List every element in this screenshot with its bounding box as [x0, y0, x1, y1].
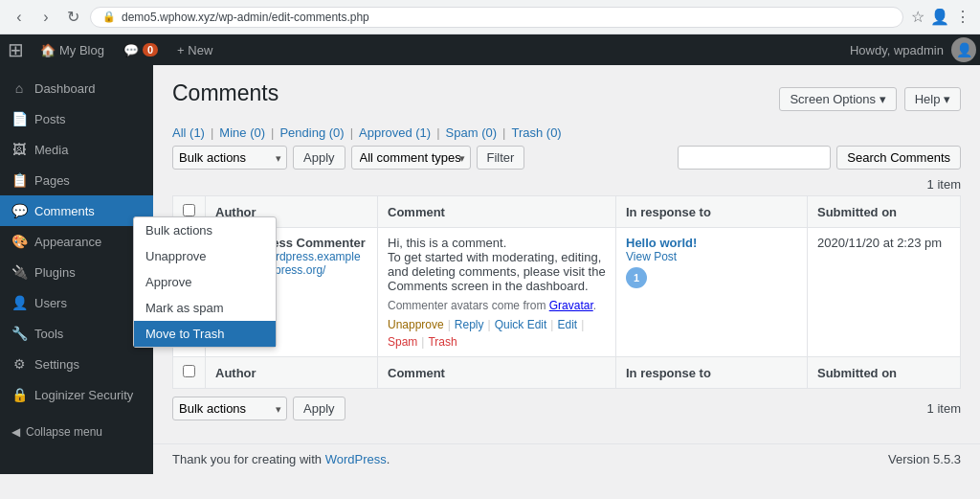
dropdown-item-bulk-actions[interactable]: Bulk actions	[134, 217, 276, 243]
gravatar-link[interactable]: Gravatar	[549, 299, 593, 312]
bookmark-button[interactable]: ☆	[911, 8, 924, 26]
sidebar-item-settings[interactable]: ⚙ Settings	[0, 349, 153, 379]
dropdown-item-move-trash[interactable]: Move to Trash	[134, 321, 276, 347]
new-content-link[interactable]: + New	[167, 34, 222, 65]
new-label: + New	[177, 43, 212, 57]
content-area: ⌂ Dashboard 📄 Posts 🖼 Media 📋 Pages 💬 Co…	[0, 65, 980, 474]
view-post-link[interactable]: View Post	[626, 250, 797, 263]
screen-options-button[interactable]: Screen Options ▾	[779, 87, 896, 111]
table-header: Author Comment In response to Submitted …	[173, 196, 961, 228]
response-post-link[interactable]: Hello world!	[626, 236, 697, 250]
plugins-icon: 🔌	[11, 264, 27, 280]
avatar[interactable]: 👤	[951, 37, 976, 62]
top-bar-right: Screen Options ▾ Help ▾	[779, 87, 961, 111]
unapprove-action[interactable]: Unapprove	[388, 318, 444, 331]
reply-action[interactable]: Reply	[455, 318, 484, 331]
site-name-link[interactable]: 🏠 My Blog	[31, 34, 114, 65]
version-text: Version 5.5.3	[888, 452, 961, 466]
toolbar-right: Search Comments	[678, 146, 961, 170]
comment-text: Hi, this is a comment.To get started wit…	[388, 236, 606, 293]
sidebar-item-label: Dashboard	[34, 81, 96, 96]
wordpress-link[interactable]: WordPress	[325, 452, 387, 466]
sidebar-item-comments[interactable]: 💬 Comments	[0, 195, 153, 226]
bottom-apply-button[interactable]: Apply	[293, 397, 345, 420]
collapse-icon: ◀	[11, 425, 20, 439]
filter-bar: All (1) | Mine (0) | Pending (0) | Appro…	[172, 125, 961, 140]
table-footer-row: Author Comment In response to Submitted …	[173, 357, 961, 389]
forward-button[interactable]: ›	[36, 8, 56, 27]
item-count-top: 1 item	[172, 177, 961, 192]
table-row: A WordPress Commenter wapuu@wordpress.ex…	[173, 228, 961, 357]
wp-footer: Thank you for creating with WordPress. V…	[153, 443, 980, 474]
quick-edit-action[interactable]: Quick Edit	[495, 318, 547, 331]
toolbar-left: Bulk actions Unapprove Approve Mark as s…	[172, 146, 524, 170]
filter-all[interactable]: All (1)	[172, 125, 205, 140]
appearance-icon: 🎨	[11, 234, 27, 249]
main-wrapper: Comments Screen Options ▾ Help ▾ All (1)…	[153, 65, 980, 474]
tfoot-author: Author	[206, 357, 378, 389]
bulk-select-wrapper: Bulk actions Unapprove Approve Mark as s…	[172, 146, 287, 170]
bulk-actions-dropdown: Bulk actions Unapprove Approve Mark as s…	[133, 216, 277, 348]
menu-button[interactable]: ⋮	[955, 8, 970, 26]
spam-action[interactable]: Spam	[388, 335, 417, 349]
sidebar-item-label: Tools	[34, 327, 63, 341]
sidebar-item-pages[interactable]: 📋 Pages	[0, 165, 153, 195]
select-all-checkbox[interactable]	[183, 204, 195, 216]
sidebar-item-loginizer-security[interactable]: 🔒 Loginizer Security	[0, 379, 153, 410]
wp-logo[interactable]: ⊞	[0, 34, 31, 65]
row-submitted-cell: 2020/11/20 at 2:23 pm	[808, 228, 961, 357]
sidebar-item-label: Media	[34, 143, 68, 157]
filter-button[interactable]: Filter	[477, 146, 525, 170]
tfoot-comment: Comment	[378, 357, 616, 389]
notification-count: 0	[143, 43, 158, 57]
row-response-cell: Hello world! View Post 1	[616, 228, 808, 357]
top-apply-button[interactable]: Apply	[293, 146, 345, 170]
filter-trash[interactable]: Trash (0)	[511, 125, 561, 140]
sidebar-item-tools[interactable]: 🔧 Tools	[0, 318, 153, 349]
reload-button[interactable]: ↻	[63, 8, 82, 27]
edit-action[interactable]: Edit	[557, 318, 577, 331]
sidebar-item-label: Appearance	[34, 235, 101, 249]
sidebar-item-media[interactable]: 🖼 Media	[0, 134, 153, 165]
admin-bar-right: Howdy, wpadmin 👤	[842, 37, 980, 62]
dropdown-item-unapprove[interactable]: Unapprove	[134, 243, 276, 269]
pages-icon: 📋	[11, 172, 27, 188]
dashboard-icon: ⌂	[11, 80, 27, 96]
filter-spam[interactable]: Spam (0)	[446, 125, 497, 140]
back-button[interactable]: ‹	[10, 8, 29, 27]
tfoot-response: In response to	[616, 357, 808, 389]
sidebar-item-users[interactable]: 👤 Users	[0, 287, 153, 318]
table-footer: Author Comment In response to Submitted …	[173, 357, 961, 389]
wp-admin-bar: ⊞ 🏠 My Blog 💬 0 + New Howdy, wpadmin 👤	[0, 34, 980, 65]
th-submitted: Submitted on	[808, 196, 961, 228]
sidebar-item-dashboard[interactable]: ⌂ Dashboard	[0, 73, 153, 103]
sidebar-item-label: Users	[34, 296, 67, 310]
comment-type-select[interactable]: All comment types Comments Pings	[351, 146, 471, 170]
select-all-footer-checkbox[interactable]	[183, 365, 195, 377]
tfoot-checkbox	[173, 357, 206, 389]
trash-action[interactable]: Trash	[428, 335, 457, 349]
dropdown-item-mark-spam[interactable]: Mark as spam	[134, 295, 276, 321]
collapse-menu-button[interactable]: ◀ Collapse menu	[0, 418, 153, 446]
notifications-link[interactable]: 💬 0	[114, 34, 167, 65]
dropdown-item-approve[interactable]: Approve	[134, 269, 276, 295]
account-button[interactable]: 👤	[930, 8, 949, 26]
help-button[interactable]: Help ▾	[904, 87, 961, 111]
browser-chrome: ‹ › ↻ 🔒 demo5.wphow.xyz/wp-admin/edit-co…	[0, 0, 980, 34]
sidebar: ⌂ Dashboard 📄 Posts 🖼 Media 📋 Pages 💬 Co…	[0, 65, 153, 474]
filter-approved[interactable]: Approved (1)	[359, 125, 431, 140]
bottom-bulk-select-wrapper: Bulk actions Unapprove Approve Mark as s…	[172, 397, 287, 420]
sidebar-item-posts[interactable]: 📄 Posts	[0, 103, 153, 134]
media-icon: 🖼	[11, 142, 27, 157]
search-input[interactable]	[678, 146, 831, 170]
admin-bar-left: ⊞ 🏠 My Blog 💬 0 + New	[0, 34, 842, 65]
url-bar: 🔒 demo5.wphow.xyz/wp-admin/edit-comments…	[90, 7, 903, 28]
browser-actions: ☆ 👤 ⋮	[911, 8, 970, 26]
search-comments-button[interactable]: Search Comments	[836, 146, 961, 170]
sidebar-item-plugins[interactable]: 🔌 Plugins	[0, 257, 153, 287]
bottom-bulk-actions-select[interactable]: Bulk actions Unapprove Approve Mark as s…	[172, 397, 287, 420]
filter-mine[interactable]: Mine (0)	[219, 125, 265, 140]
sidebar-item-appearance[interactable]: 🎨 Appearance	[0, 226, 153, 257]
bulk-actions-select[interactable]: Bulk actions Unapprove Approve Mark as s…	[172, 146, 287, 170]
filter-pending[interactable]: Pending (0)	[279, 125, 344, 140]
